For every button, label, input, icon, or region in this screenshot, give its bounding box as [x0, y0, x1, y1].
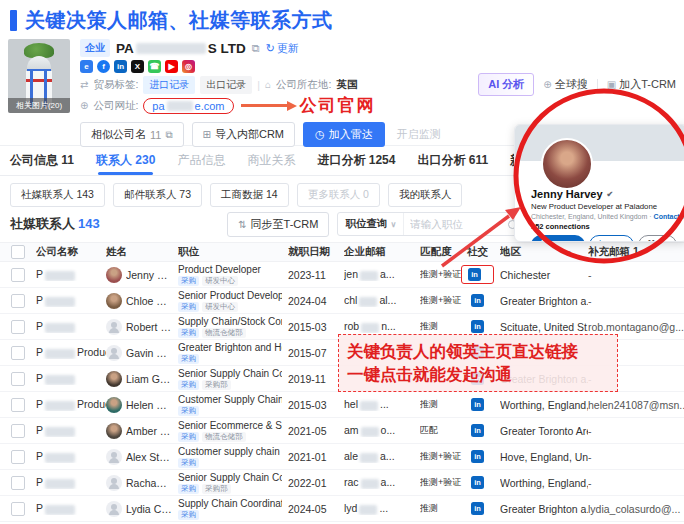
table-row[interactable]: P Amber Whitty Senior Ecommerce & Supply… — [0, 418, 684, 444]
region: Scituate, United St... — [500, 321, 588, 333]
linkedin-icon[interactable]: in — [471, 502, 484, 515]
red-arrow-to-website-note — [241, 104, 293, 107]
chip-my-contacts[interactable]: 我的联系人 — [388, 183, 463, 207]
linkedin-icon[interactable]: in — [471, 398, 484, 411]
chip-social-contacts[interactable]: 社媒联系人 143 — [10, 183, 105, 207]
tab-contacts[interactable]: 联系人 230 — [96, 146, 155, 175]
linkedin-icon[interactable]: in — [471, 320, 484, 333]
extra-email: helen241087@msn... — [588, 399, 684, 411]
start-date: 2015-03 — [288, 321, 344, 333]
linkedin-icon[interactable]: in — [471, 476, 484, 489]
company-photo[interactable]: 相关图片(20) — [8, 39, 70, 113]
region: Chichester — [500, 269, 588, 281]
global-search-button[interactable]: ⊕ 全球搜 — [543, 77, 587, 92]
masked-company — [45, 401, 75, 411]
youtube-icon[interactable]: ▶ — [165, 60, 178, 73]
email-prefix: hel — [344, 398, 358, 410]
row-checkbox[interactable] — [11, 294, 25, 308]
table-row[interactable]: PProduc... Helen Johnstone Customer Supp… — [0, 392, 684, 418]
facebook-icon[interactable]: f — [97, 60, 110, 73]
refresh-button[interactable]: ↻ 更新 — [266, 41, 299, 56]
masked-company — [45, 375, 75, 385]
join-tcrm-button[interactable]: ▣ 加入T-CRM — [607, 77, 676, 92]
row-checkbox[interactable] — [11, 346, 25, 360]
select-all-checkbox[interactable] — [11, 245, 25, 259]
contact-info-link[interactable]: Contact info — [654, 213, 684, 220]
x-twitter-icon[interactable]: X — [131, 60, 144, 73]
radar-icon: ◷ — [315, 128, 325, 141]
linkedin-icon[interactable]: in — [471, 294, 484, 307]
row-checkbox[interactable] — [11, 502, 25, 516]
linkedin-icon[interactable]: in — [114, 60, 127, 73]
row-checkbox[interactable] — [11, 372, 25, 386]
chip-email-contacts[interactable]: 邮件联系人 73 — [113, 183, 202, 207]
table-row[interactable]: P Rachael Kelly Senior Supply Chain Coor… — [0, 470, 684, 496]
copy-icon[interactable]: ⧉ — [252, 42, 260, 55]
website-label: 公司网址: — [93, 99, 138, 113]
linkedin-icon[interactable]: in — [471, 450, 484, 463]
import-record-badge[interactable]: 进口记录 — [143, 76, 195, 94]
position-search-input[interactable] — [404, 218, 508, 230]
contact-name: Robert Monta... — [126, 321, 172, 333]
masked-company — [45, 323, 75, 333]
start-date: 2024-04 — [288, 295, 344, 307]
table-row[interactable]: P Alex Styles Customer supply chain coor… — [0, 444, 684, 470]
tab-company-info[interactable]: 公司信息 11 — [10, 146, 74, 175]
buyer-tag: 采购 — [178, 276, 199, 286]
company-name-prefix: PA — [116, 41, 134, 56]
company-cell: P — [36, 268, 106, 280]
refresh-icon: ↻ — [266, 42, 275, 55]
col-extra-email: 补充邮箱 1 — [588, 245, 684, 259]
row-checkbox[interactable] — [11, 476, 25, 490]
company-cell: P — [36, 476, 106, 488]
import-icon: ⊞ — [203, 129, 211, 140]
table-row[interactable]: P Jenny Harvey Product Developer 采购 研发中心… — [0, 262, 684, 288]
tab-import-analysis[interactable]: 进口分析 1254 — [317, 146, 395, 175]
phone-icon[interactable]: ☎ — [148, 60, 161, 73]
join-radar-button[interactable]: ◷ 加入雷达 — [303, 122, 385, 147]
chip-more-contacts[interactable]: 更多联系人 0 — [297, 183, 380, 207]
row-checkbox[interactable] — [11, 424, 25, 438]
tab-export-analysis[interactable]: 出口分析 611 — [417, 146, 488, 175]
header-actions: AI 分析 ⊕ 全球搜 ▣ 加入T-CRM — [478, 73, 676, 96]
table-row[interactable]: P Lydia Colasurdo Supply Chain Coordinat… — [0, 496, 684, 522]
import-crm-button[interactable]: ⊞ 导入内部CRM — [192, 122, 295, 147]
row-checkbox[interactable] — [11, 450, 25, 464]
start-date: 2015-07 — [288, 347, 344, 359]
row-checkbox[interactable] — [11, 320, 25, 334]
contact-name: Rachael Kelly — [126, 477, 172, 489]
follow-button[interactable]: + Follow — [589, 235, 634, 242]
tab-products[interactable]: 产品信息 — [177, 146, 225, 175]
region-filter-icon[interactable]: ▼ — [565, 249, 572, 256]
verified-icon: ✔ — [607, 190, 614, 199]
region: Greater Brighton a... — [500, 295, 588, 307]
more-button[interactable]: More — [638, 235, 677, 242]
social-cell-wrap: in — [467, 396, 488, 413]
department-tag: 采购部 — [202, 484, 231, 494]
ai-analysis-button[interactable]: AI 分析 — [478, 73, 534, 96]
social-cell-wrap: in — [467, 474, 488, 491]
row-checkbox[interactable] — [11, 268, 25, 282]
company-website-link[interactable]: pa e.com — [143, 98, 233, 114]
email-prefix: jen — [344, 268, 358, 280]
linkedin-icon[interactable]: in — [471, 424, 484, 437]
chip-registry-data[interactable]: 工商数据 14 — [210, 183, 289, 207]
export-record-badge[interactable]: 出口记录 — [200, 76, 252, 94]
start-date: 2015-03 — [288, 399, 344, 411]
row-checkbox[interactable] — [11, 398, 25, 412]
sync-tcrm-button[interactable]: ⇅ 同步至T-CRM — [227, 212, 329, 237]
instagram-icon[interactable]: ◎ — [182, 60, 195, 73]
company-prefix: P — [36, 476, 43, 488]
message-button[interactable]: Message — [531, 235, 585, 242]
col-match: 匹配度 — [420, 245, 467, 259]
website-icon[interactable]: e — [80, 60, 93, 73]
table-row[interactable]: P Chloe Jones Senior Product Developer 采… — [0, 288, 684, 314]
tab-business-relations[interactable]: 商业关系 — [247, 146, 295, 175]
email-suffix: ... — [379, 502, 388, 514]
similar-companies-button[interactable]: 相似公司名 11 ⧉ — [80, 122, 184, 147]
linkedin-icon[interactable]: in — [468, 268, 481, 281]
position-query-dropdown[interactable]: 职位查询 ∨ — [338, 213, 404, 235]
email-prefix: rac — [344, 476, 359, 488]
extra-email: lydia_colasurdo@... — [588, 503, 684, 515]
start-monitor-button[interactable]: 开启监测 — [393, 122, 445, 147]
